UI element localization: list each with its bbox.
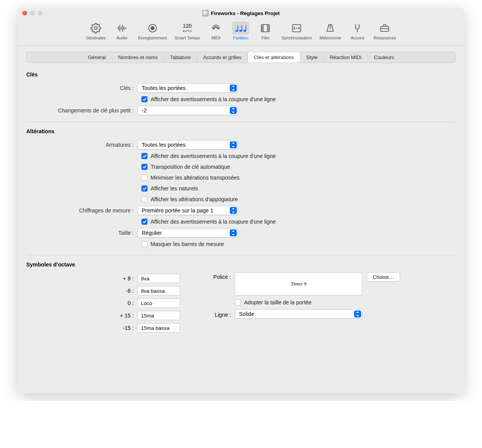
toolbar-label: Audio: [116, 36, 127, 40]
svg-point-9: [217, 27, 218, 28]
toolbar: Générales Audio Enregistrement 120AUTO S…: [18, 19, 464, 46]
sync-icon: [288, 22, 305, 35]
svg-rect-13: [242, 25, 243, 31]
svg-rect-11: [238, 25, 238, 31]
label-minus15: -15 :: [26, 325, 137, 331]
subtab-chords[interactable]: Accords et grilles: [197, 52, 248, 63]
subtab-clefs[interactable]: Clés et altérations: [247, 52, 300, 63]
toolbar-item-general[interactable]: Générales: [83, 21, 109, 41]
checkbox-alt-warnings2[interactable]: Afficher des avertissements à la coupure…: [141, 219, 276, 225]
svg-text:120: 120: [183, 23, 192, 29]
checkbox-label: Afficher des avertissements à la coupure…: [151, 153, 276, 159]
music-notes-icon: [232, 22, 249, 35]
checkbox-label: Afficher des avertissements à la coupure…: [151, 96, 276, 102]
octave-left-column: + 8 : -8 : 0 : + 15 :: [26, 272, 181, 334]
select-size[interactable]: Régulier: [137, 228, 238, 238]
select-value: -2: [142, 107, 146, 114]
svg-point-6: [216, 26, 216, 27]
checkbox-hide-barlines[interactable]: Masquer les barres de mesure: [141, 241, 224, 247]
toolbar-label: Générales: [86, 36, 106, 40]
checkbox-auto-transpose[interactable]: Transposition de clé automatique: [141, 164, 230, 170]
input-minus15[interactable]: [137, 323, 180, 333]
label-smaller-clef: Changements de clé plus petit :: [26, 107, 137, 114]
toolbar-item-midi[interactable]: MIDI: [204, 21, 227, 41]
font-preview-text: Times 9: [291, 281, 306, 287]
checkbox-box: [141, 185, 148, 192]
settings-window: Fireworks - Réglages Projet Générales Au…: [18, 8, 464, 393]
checkbox-label: Afficher les naturels: [151, 185, 198, 192]
checkbox-box: [141, 175, 148, 181]
subtab-midi-reaction[interactable]: Réaction MIDI: [324, 52, 368, 63]
label-minus8: -8 :: [26, 288, 137, 294]
toolbar-item-smart-tempo[interactable]: 120AUTO Smart Tempo: [171, 21, 203, 41]
checkbox-minimize-alt[interactable]: Minimiser les altérations transposées: [141, 175, 239, 181]
waveform-icon: [113, 22, 130, 35]
input-plus8[interactable]: [137, 274, 180, 283]
toolbar-item-film[interactable]: Film: [254, 21, 277, 41]
subtab-tablature[interactable]: Tablature: [164, 52, 197, 63]
traffic-lights: [22, 11, 42, 15]
select-clefs[interactable]: Toutes les portées: [137, 83, 238, 93]
checkbox-label: Adopter la taille de la portée: [244, 299, 311, 305]
tuning-fork-icon: [349, 22, 366, 35]
toolbar-label: Métronome: [320, 36, 341, 40]
checkbox-label: Afficher les altérations d'appogiature: [151, 196, 238, 202]
label-clefs: Clés :: [26, 85, 137, 91]
film-icon: [257, 22, 274, 35]
section-alterations: Altérations Armatures : Toutes les porté…: [26, 128, 456, 249]
svg-text:AUTO: AUTO: [183, 29, 192, 33]
label-zero: 0 :: [26, 300, 137, 306]
checkbox-label: Minimiser les altérations transposées: [151, 175, 239, 181]
checkbox-label: Masquer les barres de mesure: [151, 241, 224, 247]
toolbar-label: Film: [261, 36, 270, 40]
chevron-updown-icon: [230, 207, 237, 214]
subtab-numbers[interactable]: Nombres et noms: [112, 52, 164, 63]
checkbox-show-naturals[interactable]: Afficher les naturels: [141, 185, 198, 192]
toolbar-item-resources[interactable]: Ressources: [370, 21, 399, 41]
toolbar-item-recording[interactable]: Enregistrement: [135, 21, 170, 41]
svg-rect-15: [246, 25, 246, 31]
metronome-icon: [322, 22, 339, 35]
toolbar-label: Accord: [351, 36, 364, 40]
input-plus15[interactable]: [137, 311, 180, 320]
window-title-text: Fireworks - Réglages Projet: [211, 10, 280, 16]
checkbox-box: [141, 96, 148, 102]
checkbox-clefs-warnings[interactable]: Afficher des avertissements à la coupure…: [141, 96, 276, 102]
checkbox-box: [141, 153, 148, 159]
toolbar-item-metronome[interactable]: Métronome: [317, 21, 345, 41]
chevron-updown-icon: [230, 229, 237, 236]
svg-point-2: [151, 27, 154, 30]
font-preview: Times 9: [235, 272, 362, 295]
subtab-style[interactable]: Style: [300, 52, 324, 63]
toolbar-item-sync[interactable]: Synchronisation: [278, 21, 315, 41]
select-smaller-clef[interactable]: -2: [137, 106, 238, 115]
section-heading-clefs: Clés: [26, 71, 456, 78]
octave-right-column: Police : Times 9 Choisir…: [204, 272, 456, 322]
select-timesig[interactable]: Première portée sur la page 1: [137, 206, 238, 215]
app-icon: [202, 10, 209, 16]
toolbar-item-audio[interactable]: Audio: [110, 21, 133, 41]
close-window-button[interactable]: [22, 11, 27, 15]
svg-point-7: [218, 28, 219, 29]
divider: [26, 122, 456, 122]
checkbox-adopt-staff-size[interactable]: Adopter la taille de la portée: [235, 299, 311, 305]
subtab-colors[interactable]: Couleurs: [368, 52, 400, 63]
input-minus8[interactable]: [137, 286, 180, 295]
toolbar-item-partition[interactable]: Partition: [229, 21, 252, 41]
chevron-updown-icon: [354, 311, 361, 317]
select-armatures[interactable]: Toutes les portées: [137, 140, 238, 149]
checkbox-show-appog[interactable]: Afficher les altérations d'appogiature: [141, 196, 238, 202]
select-line[interactable]: Solide: [235, 309, 362, 319]
toolbar-label: Smart Tempo: [175, 36, 200, 40]
checkbox-alt-warnings1[interactable]: Afficher des avertissements à la coupure…: [141, 153, 276, 159]
checkbox-box: [235, 299, 241, 305]
toolbar-item-chord[interactable]: Accord: [346, 21, 369, 41]
minimize-window-button[interactable]: [30, 11, 35, 15]
subtab-general[interactable]: Général: [82, 52, 112, 63]
choose-font-button[interactable]: Choisir…: [367, 272, 400, 282]
checkbox-box: [141, 241, 148, 247]
zoom-window-button[interactable]: [38, 11, 42, 15]
midi-icon: [207, 22, 224, 35]
select-value: Régulier: [142, 230, 162, 236]
input-zero[interactable]: [137, 299, 180, 308]
